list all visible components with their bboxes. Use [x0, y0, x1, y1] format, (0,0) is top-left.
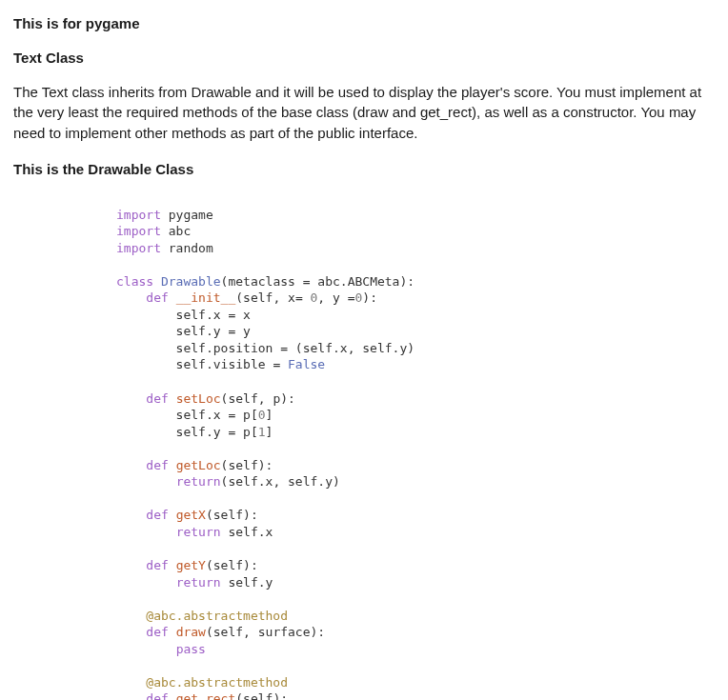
code-content: import pygame import abc import random c… — [116, 207, 715, 701]
description-paragraph: The Text class inherits from Drawable an… — [13, 82, 715, 144]
heading-pygame: This is for pygame — [13, 13, 715, 34]
code-block: import pygame import abc import random c… — [116, 207, 715, 701]
heading-text-class: Text Class — [13, 48, 715, 69]
heading-drawable-class: This is the Drawable Class — [13, 159, 715, 180]
